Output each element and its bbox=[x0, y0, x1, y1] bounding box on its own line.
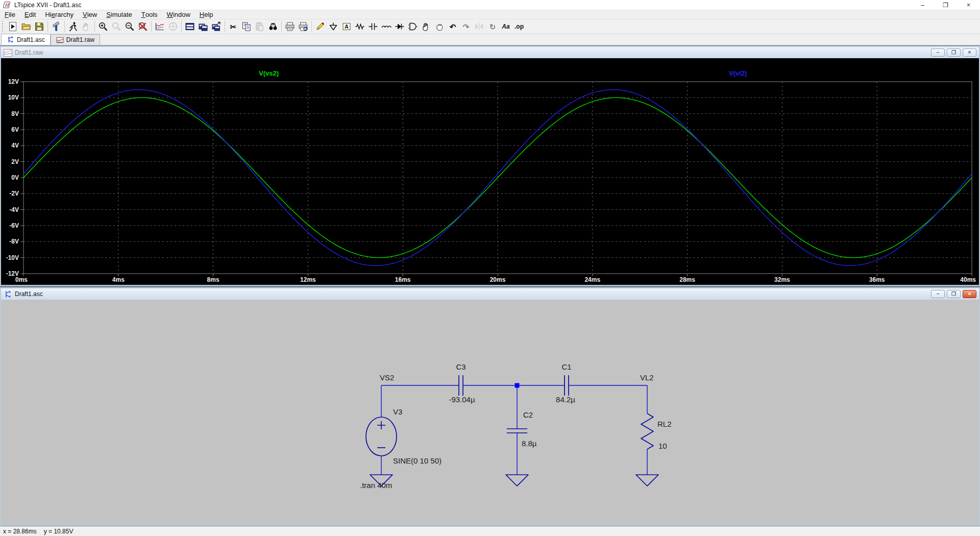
zoom-out-button[interactable] bbox=[123, 20, 136, 33]
waveform-tab-icon bbox=[56, 36, 64, 44]
y-tick-label: -2V bbox=[9, 190, 19, 197]
close-button[interactable]: × bbox=[963, 48, 976, 57]
y-tick-label: -10V bbox=[6, 254, 19, 261]
restore-button[interactable]: ❐ bbox=[947, 290, 961, 298]
component-name: C2 bbox=[523, 410, 533, 419]
x-tick-label: 8ms bbox=[207, 276, 219, 283]
plot-settings-button[interactable] bbox=[153, 20, 166, 33]
zoom-full-extents-button[interactable] bbox=[136, 20, 150, 33]
x-tick-label: 20ms bbox=[490, 276, 506, 283]
tab-draft1-raw[interactable]: Draft1.raw bbox=[51, 34, 100, 45]
move-button[interactable] bbox=[420, 20, 433, 33]
schematic-window-title: Draft1.asc bbox=[15, 290, 43, 298]
menu-help[interactable]: Help bbox=[195, 10, 218, 19]
resistor-rl2[interactable]: RL2 10 bbox=[641, 413, 672, 450]
label-net-button[interactable]: A bbox=[340, 20, 353, 33]
find-button[interactable] bbox=[266, 20, 280, 33]
ground-button[interactable] bbox=[327, 20, 340, 33]
minimize-button[interactable]: – bbox=[931, 290, 945, 298]
waveform-window-titlebar[interactable]: Draft1.raw –❐× bbox=[1, 47, 979, 58]
toolbar-separator bbox=[281, 21, 282, 32]
schematic-window-icon bbox=[4, 290, 12, 298]
restore-button[interactable]: ❐ bbox=[934, 0, 957, 10]
spice-directive-text[interactable]: .tran 40m bbox=[360, 481, 392, 490]
rotate-button: ↻ bbox=[486, 20, 499, 33]
control-panel-button[interactable] bbox=[50, 20, 63, 33]
waveform-window-icon bbox=[4, 49, 12, 57]
tab-label: Draft1.asc bbox=[17, 36, 45, 43]
menu-file[interactable]: File bbox=[0, 10, 20, 19]
draft-wire-button[interactable] bbox=[313, 20, 327, 33]
menu-tools[interactable]: Tools bbox=[137, 10, 162, 19]
restore-windows-button[interactable] bbox=[210, 20, 223, 33]
x-tick-label: 36ms bbox=[869, 276, 885, 283]
capacitor-c2[interactable]: C2 8.8µ bbox=[507, 410, 537, 448]
close-button[interactable]: × bbox=[957, 0, 980, 10]
y-tick-label: 4V bbox=[11, 142, 19, 149]
component-name: RL2 bbox=[657, 420, 672, 428]
inductor-button[interactable] bbox=[380, 20, 393, 33]
wire-junction bbox=[515, 383, 520, 388]
waveform-plot-area[interactable]: 12V10V8V6V4V2V0V-2V-4V-6V-8V-10V-12V0ms4… bbox=[1, 58, 979, 285]
component-button[interactable] bbox=[406, 20, 420, 33]
y-tick-label: 2V bbox=[11, 158, 19, 165]
undo-button[interactable]: ↶ bbox=[446, 20, 459, 33]
spice-directive-button[interactable]: .op bbox=[512, 20, 526, 33]
print-button[interactable] bbox=[283, 20, 297, 33]
minimize-button[interactable]: – bbox=[931, 48, 945, 57]
component-value: 8.8µ bbox=[522, 439, 537, 448]
voltage-source-v3[interactable]: V3 SINE(0 10 50) bbox=[366, 407, 442, 465]
zoom-in-button[interactable] bbox=[96, 20, 110, 33]
tab-draft1-asc[interactable]: Draft1.asc bbox=[1, 34, 51, 45]
svg-text:A: A bbox=[345, 23, 349, 30]
capacitor-c3[interactable]: C3 -93.04µ bbox=[449, 362, 475, 404]
schematic-window-titlebar[interactable]: Draft1.asc –❐× bbox=[1, 288, 979, 300]
copy-button[interactable] bbox=[240, 20, 253, 33]
component-name: V3 bbox=[393, 407, 402, 416]
ground-icon[interactable] bbox=[370, 475, 658, 486]
component-name: C1 bbox=[561, 362, 571, 371]
schematic-canvas[interactable]: C3 -93.04µ C1 84.2µ C2 8.8µ bbox=[1, 300, 979, 525]
waveform-plot[interactable]: 12V10V8V6V4V2V0V-2V-4V-6V-8V-10V-12V0ms4… bbox=[1, 58, 978, 285]
net-label-vl2[interactable]: VL2 bbox=[640, 373, 654, 382]
capacitor-button[interactable] bbox=[366, 20, 380, 33]
tile-windows-button[interactable] bbox=[183, 20, 197, 33]
mdi-area: Draft1.raw –❐× 12V10V8V6V4V2V0V-2V-4V-6V… bbox=[0, 45, 980, 526]
save-button[interactable] bbox=[33, 20, 46, 33]
x-tick-label: 40ms bbox=[960, 276, 976, 283]
toolbar: ✂A↶↷↻Aa.op bbox=[0, 19, 980, 34]
tab-bar: Draft1.asc Draft1.raw bbox=[0, 34, 980, 45]
window-title: LTspice XVII - Draft1.asc bbox=[14, 2, 81, 9]
print-preview-button[interactable] bbox=[297, 20, 310, 33]
menu-view[interactable]: View bbox=[78, 10, 102, 19]
waveform-window: Draft1.raw –❐× 12V10V8V6V4V2V0V-2V-4V-6V… bbox=[0, 46, 980, 286]
mark-data-points-button bbox=[166, 20, 180, 33]
new-schematic-button[interactable] bbox=[6, 20, 19, 33]
x-tick-label: 16ms bbox=[395, 276, 411, 283]
open-button[interactable] bbox=[19, 20, 33, 33]
cascade-windows-button[interactable] bbox=[197, 20, 210, 33]
close-button[interactable]: × bbox=[963, 290, 976, 298]
resistor-button[interactable] bbox=[353, 20, 366, 33]
minimize-button[interactable]: – bbox=[911, 0, 934, 10]
menu-hierarchy[interactable]: Hierarchy bbox=[40, 10, 78, 19]
trace-label-1[interactable]: V(vl2) bbox=[729, 69, 747, 77]
toolbar-separator bbox=[151, 21, 152, 32]
capacitor-c1[interactable]: C1 84.2µ bbox=[556, 362, 575, 404]
net-label-vs2[interactable]: VS2 bbox=[380, 373, 394, 382]
component-value: SINE(0 10 50) bbox=[393, 456, 442, 465]
trace-label-0[interactable]: V(vs2) bbox=[259, 69, 279, 77]
drag-button[interactable] bbox=[433, 20, 446, 33]
menu-window[interactable]: Window bbox=[162, 10, 195, 19]
menu-edit[interactable]: Edit bbox=[20, 10, 40, 19]
toolbar-separator bbox=[94, 21, 95, 32]
schematic-window: Draft1.asc –❐× C3 -93.04µ bbox=[0, 287, 980, 526]
run-button[interactable] bbox=[66, 20, 80, 33]
diode-button[interactable] bbox=[393, 20, 406, 33]
cut-button[interactable]: ✂ bbox=[227, 20, 240, 33]
zoom-back-button bbox=[110, 20, 123, 33]
menu-simulate[interactable]: Simulate bbox=[102, 10, 137, 19]
text-button[interactable]: Aa bbox=[499, 20, 512, 33]
restore-button[interactable]: ❐ bbox=[947, 48, 961, 57]
window-titlebar: LTspice XVII - Draft1.asc –❐× bbox=[0, 0, 980, 10]
